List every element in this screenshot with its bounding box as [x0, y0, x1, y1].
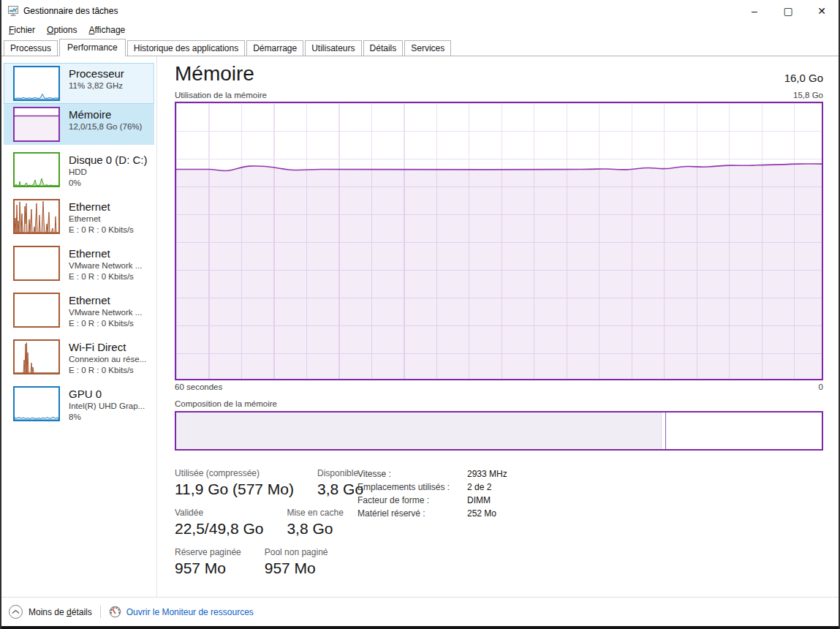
stat-committed: Validée 22,5/49,8 Go: [175, 508, 263, 538]
fewer-details-toggle[interactable]: Moins de détails: [29, 607, 92, 617]
stat-cached: Mise en cache 3,8 Go: [287, 508, 343, 538]
wifi-mini-graph-icon: [13, 339, 60, 374]
open-resource-monitor-link[interactable]: Ouvrir le Moniteur de ressources: [126, 607, 254, 617]
gpu-mini-graph-icon: [13, 386, 60, 421]
tab-details[interactable]: Détails: [363, 40, 404, 56]
menu-bar: Fichier Options Affichage: [1, 22, 839, 38]
sidebar-item-wifi-direct[interactable]: Wi-Fi Direct Connexion au rése... E : 0 …: [4, 336, 154, 379]
composition-label: Composition de la mémoire: [175, 399, 823, 408]
chevron-up-icon[interactable]: [9, 605, 23, 619]
resource-monitor-icon[interactable]: [109, 606, 121, 618]
ethernet-mini-graph-icon: [13, 246, 60, 281]
ethernet-mini-graph-icon: [13, 293, 60, 328]
tab-demarrage[interactable]: Démarrage: [246, 40, 303, 56]
stat-used: Utilisée (compressée) 11,9 Go (577 Mo): [175, 468, 294, 498]
stat-available: Disponible 3,8 Go: [317, 468, 363, 498]
usage-graph-max: 15,8 Go: [793, 91, 823, 99]
memory-mini-graph-icon: [13, 107, 60, 142]
sidebar-item-gpu[interactable]: GPU 0 Intel(R) UHD Grap... 8%: [4, 383, 154, 426]
time-zero-label: 0: [819, 383, 823, 391]
composition-in-use-segment: [176, 413, 662, 449]
cpu-mini-graph-icon: [13, 66, 60, 101]
close-button[interactable]: ✕: [805, 0, 839, 22]
time-span-label: 60 secondes: [175, 383, 222, 391]
memory-panel: Mémoire 16,0 Go Utilisation de la mémoir…: [157, 56, 839, 597]
sidebar-item-ethernet-2[interactable]: Ethernet VMware Network ... E : 0 R : 0 …: [4, 243, 154, 285]
menu-options[interactable]: Options: [41, 23, 83, 37]
footer-bar: Moins de détails Ouvrir le Moniteur de r…: [1, 597, 839, 626]
menu-fichier[interactable]: Fichier: [3, 23, 41, 37]
tab-performance[interactable]: Performance: [59, 39, 126, 56]
memory-capacity: 16,0 Go: [784, 72, 823, 86]
menu-affichage[interactable]: Affichage: [83, 23, 131, 37]
tab-services[interactable]: Services: [404, 40, 451, 56]
hardware-details: Vitesse : 2933 MHz Emplacements utilisés…: [357, 469, 507, 519]
disk-mini-graph-icon: [13, 152, 60, 187]
title-bar: Gestionnaire des tâches – ▢ ✕: [1, 0, 839, 22]
footer-divider: [100, 606, 101, 618]
task-manager-window: Gestionnaire des tâches – ▢ ✕ Fichier Op…: [0, 0, 840, 629]
performance-content: Processeur 11% 3,82 GHz Mémoire 12,0/15,…: [1, 56, 839, 597]
task-manager-icon: [7, 5, 19, 17]
tab-historique[interactable]: Historique des applications: [127, 40, 245, 56]
composition-divider: [665, 413, 666, 449]
maximize-button[interactable]: ▢: [771, 0, 805, 22]
stat-paged-pool: Réserve paginée 957 Mo: [175, 547, 241, 577]
memory-composition-bar: [175, 411, 823, 451]
page-title: Mémoire: [175, 62, 254, 86]
sidebar-item-memoire[interactable]: Mémoire 12,0/15,8 Go (76%): [4, 104, 154, 145]
tab-utilisateurs[interactable]: Utilisateurs: [305, 40, 361, 56]
minimize-button[interactable]: –: [738, 0, 771, 22]
sidebar-item-ethernet-1[interactable]: Ethernet Ethernet E : 0 R : 0 Kbits/s: [4, 196, 154, 238]
sidebar-item-disque[interactable]: Disque 0 (D: C:) HDD 0%: [4, 149, 154, 192]
tab-processus[interactable]: Processus: [4, 40, 58, 56]
ethernet-mini-graph-icon: [13, 199, 60, 234]
memory-usage-line: [176, 103, 822, 379]
sidebar-item-processeur[interactable]: Processeur 11% 3,82 GHz: [4, 63, 154, 104]
memory-stats: Utilisée (compressée) 11,9 Go (577 Mo) D…: [175, 468, 823, 577]
performance-sidebar: Processeur 11% 3,82 GHz Mémoire 12,0/15,…: [1, 56, 157, 597]
stat-nonpaged-pool: Pool non paginé 957 Mo: [265, 547, 328, 577]
sidebar-item-ethernet-3[interactable]: Ethernet VMware Network ... E : 0 R : 0 …: [4, 290, 154, 332]
tab-strip: Processus Performance Historique des app…: [1, 38, 839, 56]
window-bottom-edge: [1, 626, 839, 629]
usage-graph-label: Utilisation de la mémoire: [175, 91, 267, 99]
memory-usage-graph: [175, 102, 823, 380]
window-title: Gestionnaire des tâches: [23, 6, 118, 16]
